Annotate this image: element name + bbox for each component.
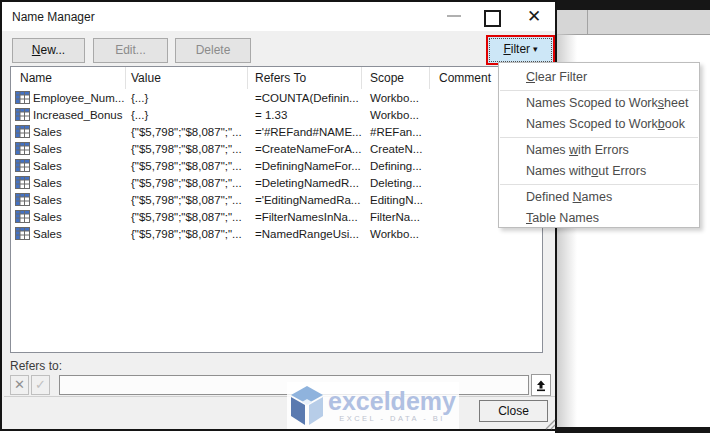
table-row[interactable]: Increased_Bonus {...} = 1.33 Workbo... bbox=[11, 106, 542, 123]
label-post: ith Errors bbox=[578, 143, 629, 157]
collapse-dialog-icon[interactable] bbox=[531, 374, 551, 396]
column-header-refers-to[interactable]: Refers To bbox=[248, 67, 362, 89]
watermark-brand: exceldemy bbox=[325, 389, 459, 413]
refers-to-cell: =DeletingNamedR... bbox=[248, 177, 362, 189]
value-cell: {...} bbox=[126, 109, 248, 121]
named-range-icon bbox=[15, 108, 30, 121]
filter-button-annotation: Filter▾ bbox=[486, 35, 555, 65]
scope-cell: FilterNa... bbox=[362, 211, 430, 223]
name-cell: Employee_Num... bbox=[33, 92, 124, 104]
scope-cell: Workbo... bbox=[362, 109, 430, 121]
label-pre: Names Scoped to Work bbox=[526, 117, 658, 131]
named-range-icon bbox=[15, 142, 30, 155]
scope-cell: Workbo... bbox=[362, 92, 430, 104]
menu-separator bbox=[500, 184, 698, 185]
excel-column-header-strip bbox=[555, 10, 710, 35]
named-range-icon bbox=[15, 210, 30, 223]
label-post: heet bbox=[664, 96, 688, 110]
watermark-texts: exceldemy EXCEL - DATA - BI bbox=[325, 389, 459, 423]
label-post: ook bbox=[665, 117, 685, 131]
name-manager-dialog: Name Manager ✕ New... Edit... Delete Fil… bbox=[0, 0, 557, 431]
commit-edit-icon[interactable]: ✓ bbox=[31, 375, 50, 395]
value-cell: {"$5,798";"$8,087";"... bbox=[126, 160, 248, 172]
named-range-icon bbox=[15, 176, 30, 189]
scope-cell: Defining... bbox=[362, 160, 430, 172]
minimize-icon[interactable] bbox=[443, 15, 465, 19]
name-cell: Sales bbox=[33, 228, 62, 240]
scope-cell: Deleting... bbox=[362, 177, 430, 189]
close-button[interactable]: Close bbox=[479, 400, 548, 422]
dialog-title: Name Manager bbox=[12, 10, 95, 24]
value-cell: {...} bbox=[126, 92, 248, 104]
exceldemy-logo-icon bbox=[289, 385, 325, 427]
filter-button[interactable]: Filter▾ bbox=[489, 38, 552, 62]
refers-to-cell: ='EditingNamedRa... bbox=[248, 194, 362, 206]
table-row[interactable]: Sales {"$5,798";"$8,087";"... =CreateNam… bbox=[11, 140, 542, 157]
column-header-scope[interactable]: Scope bbox=[362, 67, 430, 89]
table-row[interactable]: Sales {"$5,798";"$8,087";"... =FilterNam… bbox=[11, 208, 542, 225]
screenshot-stage: Name Manager ✕ New... Edit... Delete Fil… bbox=[0, 0, 710, 433]
label-accel: C bbox=[526, 70, 535, 84]
names-list: Name Value Refers To Scope Comment Emplo… bbox=[10, 66, 543, 353]
table-row[interactable]: Employee_Num... {...} =COUNTA(Definin...… bbox=[11, 89, 542, 106]
table-row[interactable]: Sales {"$5,798";"$8,087";"... ='EditingN… bbox=[11, 191, 542, 208]
value-cell: {"$5,798";"$8,087";"... bbox=[126, 143, 248, 155]
refers-to-cell: =CreateNameForA... bbox=[248, 143, 362, 155]
label-post: ut Errors bbox=[598, 164, 646, 178]
named-range-icon bbox=[15, 125, 30, 138]
close-icon[interactable]: ✕ bbox=[523, 6, 545, 28]
label-accel: b bbox=[658, 117, 665, 131]
menu-separator bbox=[500, 90, 698, 91]
resize-grip[interactable] bbox=[545, 419, 556, 430]
menu-item-names-scoped-to-workbook[interactable]: Names Scoped to Workbook bbox=[499, 114, 699, 135]
value-cell: {"$5,798";"$8,087";"... bbox=[126, 194, 248, 206]
menu-item-names-with-errors[interactable]: Names with Errors bbox=[499, 140, 699, 161]
table-row[interactable]: Sales {"$5,798";"$8,087";"... =DefiningN… bbox=[11, 157, 542, 174]
watermark-tagline: EXCEL - DATA - BI bbox=[325, 414, 459, 423]
table-row[interactable]: Sales {"$5,798";"$8,087";"... =DeletingN… bbox=[11, 174, 542, 191]
menu-item-defined-names[interactable]: Defined Names bbox=[499, 187, 699, 208]
column-header-name[interactable]: Name bbox=[11, 67, 126, 89]
menu-separator bbox=[500, 137, 698, 138]
refers-to-cell: =NamedRangeUsi... bbox=[248, 228, 362, 240]
value-cell: {"$5,798";"$8,087";"... bbox=[126, 126, 248, 138]
maximize-icon[interactable] bbox=[484, 10, 501, 27]
name-cell: Sales bbox=[33, 211, 62, 223]
named-range-icon bbox=[15, 193, 30, 206]
table-row[interactable]: Sales {"$5,798";"$8,087";"... ='#REFand#… bbox=[11, 123, 542, 140]
value-cell: {"$5,798";"$8,087";"... bbox=[126, 177, 248, 189]
scope-cell: Workbo... bbox=[362, 228, 430, 240]
dialog-titlebar[interactable]: Name Manager ✕ bbox=[2, 2, 555, 31]
value-cell: {"$5,798";"$8,087";"... bbox=[126, 211, 248, 223]
menu-item-table-names[interactable]: Table Names bbox=[499, 208, 699, 229]
refers-to-cell: =FilterNamesInNa... bbox=[248, 211, 362, 223]
exceldemy-watermark: exceldemy EXCEL - DATA - BI bbox=[287, 382, 459, 429]
name-cell: Sales bbox=[33, 143, 62, 155]
excel-column-divider bbox=[587, 10, 588, 34]
name-cell: Increased_Bonus bbox=[33, 109, 123, 121]
named-range-icon bbox=[15, 91, 30, 104]
value-cell: {"$5,798";"$8,087";"... bbox=[126, 228, 248, 240]
dropdown-caret-icon: ▾ bbox=[533, 44, 538, 54]
menu-item-names-scoped-to-worksheet[interactable]: Names Scoped to Worksheet bbox=[499, 93, 699, 114]
label-accel: N bbox=[573, 190, 582, 204]
label-accel: F bbox=[503, 42, 510, 56]
named-range-icon bbox=[15, 159, 30, 172]
column-header-value[interactable]: Value bbox=[126, 67, 248, 89]
edit-button[interactable]: Edit... bbox=[93, 38, 168, 63]
table-row[interactable]: Sales {"$5,798";"$8,087";"... =NamedRang… bbox=[11, 225, 542, 242]
name-cell: Sales bbox=[33, 194, 62, 206]
scope-cell: #REFan... bbox=[362, 126, 430, 138]
refers-to-cell: =COUNTA(Definin... bbox=[248, 92, 362, 104]
name-cell: Sales bbox=[33, 177, 62, 189]
label-post: ames bbox=[582, 190, 613, 204]
refers-to-cell: = 1.33 bbox=[248, 109, 362, 121]
name-cell: Sales bbox=[33, 126, 62, 138]
footer-divider bbox=[4, 396, 555, 397]
menu-item-names-without-errors[interactable]: Names without Errors bbox=[499, 161, 699, 182]
delete-button[interactable]: Delete bbox=[175, 38, 251, 63]
menu-item-clear-filter[interactable]: Clear Filter bbox=[499, 67, 699, 88]
label-post: ilter bbox=[511, 42, 530, 56]
cancel-edit-icon[interactable]: ✕ bbox=[10, 375, 29, 395]
new-button[interactable]: New... bbox=[12, 38, 85, 63]
